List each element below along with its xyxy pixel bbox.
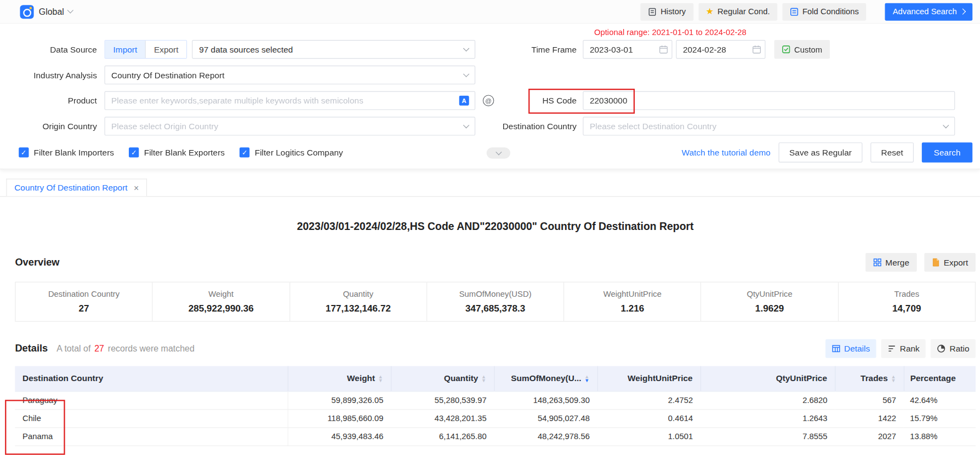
cell-weight: 45,939,483.46 [288, 427, 391, 445]
sort-trades[interactable] [891, 375, 896, 383]
overview-stats: Destination Country 27 Weight 285,922,99… [15, 282, 976, 322]
fold-conditions-icon [790, 7, 799, 16]
stat-value: 14,709 [839, 303, 975, 313]
filter-label: Filter Logitics Company [255, 148, 343, 157]
tab-bar: Country Of Destination Report [0, 179, 980, 197]
report-title: 2023/03/01-2024/02/28,HS Code AND"220300… [15, 221, 976, 233]
regular-cond-button[interactable]: Regular Cond. [698, 3, 777, 20]
view-details-button[interactable]: Details [825, 339, 876, 358]
sort-weight[interactable] [378, 375, 383, 383]
close-icon[interactable] [134, 183, 139, 192]
origin-country-select[interactable]: Please select Origin Country [105, 117, 476, 135]
data-source-label: Data Source [19, 45, 97, 54]
stat-weight-unit-price: WeightUnitPrice 1.216 [564, 283, 701, 321]
region-switcher[interactable]: Global [39, 7, 73, 16]
export-toggle[interactable]: Export [146, 41, 186, 58]
cell-weight-unit-price: 2.4752 [597, 391, 700, 409]
cell-weight: 118,985,660.09 [288, 409, 391, 427]
stat-label: Weight [153, 289, 289, 298]
col-qty-unit-price: QtyUnitPrice [700, 366, 835, 391]
chevron-down-icon [463, 122, 469, 128]
save-as-regular-button[interactable]: Save as Regular [779, 142, 863, 163]
checkbox-checked-icon [129, 147, 139, 157]
sort-sum-of-money[interactable] [584, 375, 589, 383]
merge-button[interactable]: Merge [865, 253, 917, 272]
table-header-row: Destination Country Weight Quantity SumO… [15, 366, 976, 391]
cell-country[interactable]: Panama [15, 427, 287, 445]
overview-header: Overview Merge Export [15, 253, 976, 272]
date-start-input[interactable] [583, 40, 672, 59]
table-row: Panama 45,939,483.46 6,141,265.80 48,242… [15, 427, 976, 445]
cell-sum-of-money: 48,242,978.56 [494, 427, 597, 445]
app-logo [20, 5, 34, 19]
sort-down-icon [378, 379, 383, 383]
collapse-conditions-button[interactable] [487, 147, 510, 159]
cell-qty-unit-price: 7.8555 [700, 427, 835, 445]
export-icon [932, 258, 940, 267]
custom-range-button[interactable]: Custom [774, 40, 830, 59]
col-label: SumOfMoney(U... [511, 374, 581, 383]
details-table: Destination Country Weight Quantity SumO… [15, 366, 976, 446]
star-icon [706, 7, 714, 16]
tab-country-of-destination-report[interactable]: Country Of Destination Report [6, 178, 147, 196]
form-row-countries: Origin Country Please select Origin Coun… [19, 117, 972, 135]
cell-quantity: 43,428,201.35 [391, 409, 494, 427]
import-toggle[interactable]: Import [105, 41, 146, 58]
cell-quantity: 6,141,265.80 [391, 427, 494, 445]
col-label: Quantity [444, 374, 478, 383]
form-row-product: Product HS Code [19, 91, 972, 110]
view-ratio-button[interactable]: Ratio [931, 339, 976, 358]
stat-destination-country: Destination Country 27 [16, 283, 153, 321]
cell-country[interactable]: Chile [15, 409, 287, 427]
stat-value: 27 [16, 303, 152, 313]
search-button[interactable]: Search [922, 142, 972, 163]
destination-country-select[interactable]: Please select Destination Country [583, 117, 955, 135]
checkbox-checked-icon [19, 147, 29, 157]
view-ratio-label: Ratio [950, 344, 970, 353]
calendar-icon [659, 45, 668, 54]
stat-sum-of-money: SumOfMoney(USD) 347,685,378.3 [427, 283, 564, 321]
industry-analysis-select[interactable]: Country Of Destination Report [105, 66, 476, 84]
translate-icon[interactable] [459, 96, 469, 106]
advanced-search-label: Advanced Search [893, 7, 957, 16]
sort-quantity[interactable] [481, 375, 486, 383]
input-method-icon[interactable] [483, 95, 494, 106]
stat-label: WeightUnitPrice [564, 289, 700, 298]
col-destination-country: Destination Country [15, 366, 287, 391]
table-row: Chile 118,985,660.09 43,428,201.35 54,90… [15, 409, 976, 427]
history-button[interactable]: History [641, 3, 693, 20]
product-input[interactable] [105, 91, 476, 110]
stat-label: QtyUnitPrice [702, 289, 838, 298]
stat-label: Quantity [290, 289, 426, 298]
stat-weight: Weight 285,922,990.36 [153, 283, 290, 321]
stat-label: SumOfMoney(USD) [427, 289, 563, 298]
filter-blank-exporters-checkbox[interactable]: Filter Blank Exporters [129, 147, 225, 157]
advanced-search-button[interactable]: Advanced Search [885, 3, 972, 20]
stat-value: 285,922,990.36 [153, 303, 289, 313]
chevron-down-icon [463, 71, 469, 77]
destination-country-label: Destination Country [483, 122, 577, 131]
fold-conditions-button[interactable]: Fold Conditions [782, 3, 866, 20]
view-rank-label: Rank [900, 344, 920, 353]
hs-code-input[interactable] [583, 91, 955, 110]
stat-label: Destination Country [16, 289, 152, 298]
cell-sum-of-money: 54,905,027.48 [494, 409, 597, 427]
app-root: Global History Regular Cond. Fold Condit… [0, 0, 980, 455]
export-button[interactable]: Export [924, 253, 976, 272]
cell-weight: 59,899,326.05 [288, 391, 391, 409]
date-end-input[interactable] [676, 40, 765, 59]
custom-label: Custom [794, 45, 822, 54]
data-source-select[interactable]: 97 data sources selected [192, 40, 476, 59]
col-weight-unit-price: WeightUnitPrice [597, 366, 700, 391]
cell-country[interactable]: Paraguay [15, 391, 287, 409]
tutorial-link[interactable]: Watch the tutorial demo [682, 148, 771, 157]
reset-button[interactable]: Reset [870, 142, 914, 163]
col-weight: Weight [288, 366, 391, 391]
cell-qty-unit-price: 2.6820 [700, 391, 835, 409]
filter-logitics-company-checkbox[interactable]: Filter Logitics Company [240, 147, 343, 157]
calendar-icon [753, 45, 761, 54]
chevron-down-icon [67, 7, 73, 13]
chevron-down-icon [463, 45, 469, 51]
filter-blank-importers-checkbox[interactable]: Filter Blank Importers [19, 147, 114, 157]
view-rank-button[interactable]: Rank [881, 339, 926, 358]
